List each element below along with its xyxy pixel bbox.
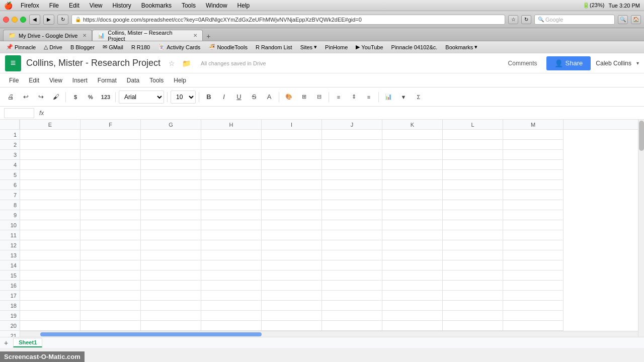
cell-H18[interactable] (201, 301, 262, 311)
cell-E13[interactable] (20, 250, 80, 260)
row-2[interactable]: 2 (0, 140, 20, 150)
add-sheet-button[interactable]: + (4, 339, 8, 347)
cell-H17[interactable] (201, 291, 262, 301)
cell-E15[interactable] (20, 270, 80, 281)
cell-E17[interactable] (20, 291, 80, 301)
col-H[interactable]: H (201, 120, 262, 130)
cell-H9[interactable] (201, 210, 262, 220)
menu-edit[interactable]: Edit (67, 2, 82, 9)
cell-I17[interactable] (262, 291, 322, 301)
cell-L2[interactable] (443, 140, 503, 150)
functions-button[interactable]: Σ (412, 90, 425, 104)
cell-F11[interactable] (80, 230, 141, 240)
cell-I7[interactable] (262, 190, 322, 200)
cell-H15[interactable] (201, 270, 262, 281)
row-11[interactable]: 11 (0, 230, 20, 240)
cell-E20[interactable] (20, 321, 80, 331)
cell-G20[interactable] (141, 321, 201, 331)
menu-file[interactable]: File (47, 2, 61, 9)
italic-button[interactable]: I (217, 90, 230, 104)
cell-E6[interactable] (20, 180, 80, 190)
cell-L14[interactable] (443, 260, 503, 270)
cell-F6[interactable] (80, 180, 141, 190)
tab-spreadsheet[interactable]: 📊 Collins, Mister – Research Project ✕ (92, 30, 203, 41)
col-K[interactable]: K (382, 120, 443, 130)
forward-button[interactable]: ▶ (43, 15, 54, 25)
cell-F1[interactable] (80, 130, 141, 140)
cell-M16[interactable] (503, 281, 564, 291)
cell-L10[interactable] (443, 220, 503, 230)
row-14[interactable]: 14 (0, 260, 20, 270)
cell-I6[interactable] (262, 180, 322, 190)
cell-F12[interactable] (80, 240, 141, 250)
row-13[interactable]: 13 (0, 250, 20, 260)
cell-F17[interactable] (80, 291, 141, 301)
col-M[interactable]: M (503, 120, 564, 130)
cell-H14[interactable] (201, 260, 262, 270)
cell-K3[interactable] (382, 150, 443, 160)
cell-E16[interactable] (20, 281, 80, 291)
cell-L5[interactable] (443, 170, 503, 180)
cell-E8[interactable] (20, 200, 80, 210)
cell-E9[interactable] (20, 210, 80, 220)
cell-H20[interactable] (201, 321, 262, 331)
cell-I16[interactable] (262, 281, 322, 291)
bookmark-blogger[interactable]: B Blogger (68, 44, 97, 51)
h-scroll-thumb[interactable] (40, 332, 262, 336)
cell-G10[interactable] (141, 220, 201, 230)
document-title[interactable]: Collins, Mister - Research Project (26, 58, 160, 68)
menu-view[interactable]: View (88, 2, 105, 9)
insert-chart-button[interactable]: 📊 (382, 90, 395, 104)
cell-G11[interactable] (141, 230, 201, 240)
cell-H11[interactable] (201, 230, 262, 240)
cell-K20[interactable] (382, 321, 443, 331)
cell-I20[interactable] (262, 321, 322, 331)
row-6[interactable]: 6 (0, 180, 20, 190)
v-scroll-thumb[interactable] (639, 121, 644, 151)
fill-color-button[interactable]: 🎨 (282, 90, 295, 104)
cell-L11[interactable] (443, 230, 503, 240)
menu-edit-sheets[interactable]: Edit (25, 75, 43, 85)
bookmark-drive[interactable]: △ Drive (42, 43, 64, 51)
bookmark-pinnacle[interactable]: 📌 Pinnacle (4, 43, 38, 51)
row-5[interactable]: 5 (0, 170, 20, 180)
cell-J8[interactable] (322, 200, 382, 210)
menu-file-sheets[interactable]: File (5, 75, 23, 85)
cell-M2[interactable] (503, 140, 564, 150)
cell-L4[interactable] (443, 160, 503, 170)
cell-E10[interactable] (20, 220, 80, 230)
row-20[interactable]: 20 (0, 321, 20, 331)
cell-E19[interactable] (20, 311, 80, 321)
cell-G5[interactable] (141, 170, 201, 180)
cell-J6[interactable] (322, 180, 382, 190)
cell-M17[interactable] (503, 291, 564, 301)
cell-M6[interactable] (503, 180, 564, 190)
row-7[interactable]: 7 (0, 190, 20, 200)
cell-I9[interactable] (262, 210, 322, 220)
merge-cells-button[interactable]: ⊟ (312, 90, 326, 104)
cell-M5[interactable] (503, 170, 564, 180)
strikethrough-button[interactable]: S (248, 90, 261, 104)
paint-format-button[interactable]: 🖌 (49, 90, 62, 104)
row-17[interactable]: 17 (0, 291, 20, 301)
cell-F4[interactable] (80, 160, 141, 170)
cell-M11[interactable] (503, 230, 564, 240)
cell-G8[interactable] (141, 200, 201, 210)
search-box[interactable]: 🔍 Google (534, 15, 615, 25)
cell-I12[interactable] (262, 240, 322, 250)
cell-J2[interactable] (322, 140, 382, 150)
menu-bookmarks[interactable]: Bookmarks (139, 2, 174, 9)
apple-icon[interactable]: 🍎 (4, 2, 13, 10)
cell-G1[interactable] (141, 130, 201, 140)
cell-F2[interactable] (80, 140, 141, 150)
cell-H2[interactable] (201, 140, 262, 150)
cell-M15[interactable] (503, 270, 564, 281)
tab-drive-close[interactable]: ✕ (83, 33, 87, 38)
cell-I3[interactable] (262, 150, 322, 160)
wrap-text-button[interactable]: ≡ (362, 90, 375, 104)
align-middle-button[interactable]: ⇕ (347, 90, 360, 104)
cell-F13[interactable] (80, 250, 141, 260)
cell-F19[interactable] (80, 311, 141, 321)
cell-M3[interactable] (503, 150, 564, 160)
cell-I11[interactable] (262, 230, 322, 240)
